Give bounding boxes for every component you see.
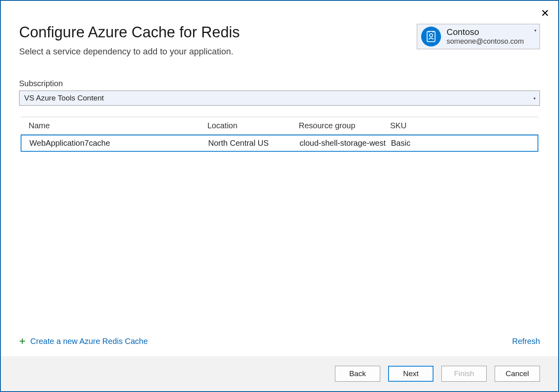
dialog-window: ✕ Configure Azure Cache for Redis Select… [0,0,559,392]
page-subtitle: Select a service dependency to add to yo… [19,46,417,57]
account-name: Contoso [447,27,524,37]
col-header-name[interactable]: Name [25,121,207,130]
svg-point-1 [429,34,433,37]
next-button[interactable]: Next [388,366,433,382]
cell-resource-group: cloud-shell-storage-west [300,139,391,148]
col-header-resource-group[interactable]: Resource group [299,121,390,130]
refresh-link[interactable]: Refresh [512,337,540,346]
header-row: Configure Azure Cache for Redis Select a… [1,1,558,57]
cancel-button[interactable]: Cancel [495,366,540,382]
button-bar: Back Next Finish Cancel [1,356,558,391]
table-row[interactable]: WebApplication7cache North Central US cl… [21,135,538,152]
close-icon: ✕ [541,7,549,19]
subscription-selected: VS Azure Tools Content [24,94,104,102]
page-title: Configure Azure Cache for Redis [19,24,417,41]
footer-links: + Create a new Azure Redis Cache Refresh [1,336,558,356]
cell-name: WebApplication7cache [25,139,208,148]
cell-sku: Basic [391,139,534,148]
account-email: someone@contoso.com [447,37,524,46]
table-header: Name Location Resource group SKU [21,117,538,135]
subscription-dropdown[interactable]: VS Azure Tools Content ▾ [19,91,540,106]
title-block: Configure Azure Cache for Redis Select a… [19,24,417,57]
create-new-cache-link[interactable]: + Create a new Azure Redis Cache [19,336,148,347]
cell-location: North Central US [208,139,300,148]
chevron-down-icon: ▾ [534,96,536,100]
subscription-label: Subscription [19,79,540,88]
account-badge-icon [421,27,441,46]
col-header-location[interactable]: Location [207,121,299,130]
body: Subscription VS Azure Tools Content ▾ Na… [1,57,558,336]
plus-icon: + [19,336,25,347]
chevron-down-icon: ▾ [534,28,536,33]
finish-button: Finish [441,366,487,382]
account-picker[interactable]: Contoso someone@contoso.com ▾ [417,24,540,49]
close-button[interactable]: ✕ [541,8,549,18]
back-button[interactable]: Back [335,366,380,382]
col-header-sku[interactable]: SKU [390,121,534,130]
create-new-cache-label: Create a new Azure Redis Cache [30,337,148,346]
account-text: Contoso someone@contoso.com [447,27,524,45]
cache-table: Name Location Resource group SKU WebAppl… [19,117,540,152]
